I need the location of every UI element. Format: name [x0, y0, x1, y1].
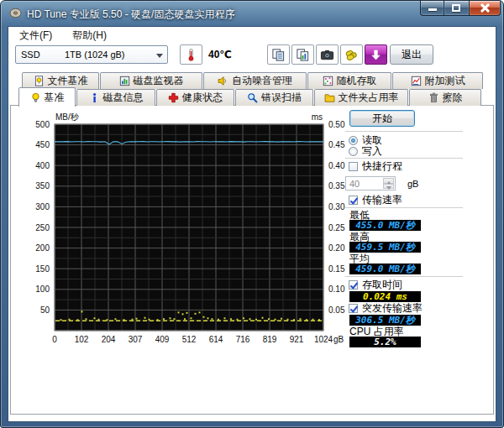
copy-graph-button[interactable] [267, 44, 290, 65]
maximize-button[interactable] [444, 1, 469, 16]
folder-usage-icon [324, 92, 335, 103]
tab-erase[interactable]: 擦除 [409, 89, 481, 106]
erase-icon [428, 92, 439, 103]
svg-text:0.40: 0.40 [328, 161, 345, 170]
benchmark-tab-page: 500450400350300250200150100500.500.450.4… [10, 105, 494, 415]
disk-monitor-icon [119, 76, 130, 86]
hdtune-app-icon [9, 7, 22, 19]
menu-file[interactable]: 文件(F) [15, 29, 56, 42]
chevron-down-icon [156, 54, 163, 61]
tab-benchmark[interactable]: 基准 [18, 87, 76, 107]
stroke-unit-label: gB [407, 179, 418, 189]
svg-text:200: 200 [35, 243, 50, 253]
app-window: HD Tune 专业版 5.50 - 硬盘/固态硬盘实用程序 文件(F) 帮助(… [0, 0, 504, 428]
max-label: 最高 [349, 232, 370, 242]
svg-text:921: 921 [290, 335, 304, 344]
svg-text:500: 500 [35, 120, 50, 129]
copy-results-button[interactable] [291, 44, 314, 65]
checkbox-shortstroke-icon [349, 162, 358, 171]
checkbox-shortstroke[interactable]: 快捷行程 [349, 161, 402, 172]
copy-results-icon [296, 48, 310, 62]
radio-write-icon [349, 147, 358, 156]
svg-text:0.30: 0.30 [328, 202, 345, 211]
tab-aam[interactable]: 自动噪音管理 [203, 72, 307, 89]
svg-text:150: 150 [35, 264, 50, 274]
title-bar[interactable]: HD Tune 专业版 5.50 - 硬盘/固态硬盘实用程序 [1, 1, 503, 26]
minimize-button[interactable] [420, 1, 444, 16]
svg-text:0.25: 0.25 [328, 223, 345, 232]
svg-text:gB: gB [333, 335, 344, 344]
svg-text:1024: 1024 [314, 335, 333, 344]
svg-text:0.10: 0.10 [328, 284, 345, 294]
tab-row-secondary: 文件基准磁盘监视器自动噪音管理随机存取附加测试 [22, 72, 496, 89]
temperature-value: 40℃ [208, 49, 232, 60]
screenshot-button[interactable] [316, 44, 339, 65]
tab-disk-info[interactable]: 磁盘信息 [76, 89, 155, 106]
separator [345, 207, 463, 208]
update-button[interactable] [365, 44, 387, 65]
file-benchmark-icon [34, 76, 45, 86]
svg-text:0.45: 0.45 [328, 140, 345, 149]
tab-disk-monitor[interactable]: 磁盘监视器 [100, 72, 202, 89]
svg-text:0.15: 0.15 [328, 264, 345, 274]
thermometer-icon [185, 48, 197, 62]
extra-tests-icon [411, 76, 422, 86]
cpu-usage-label: CPU 占用率 [349, 326, 404, 337]
svg-text:MB/秒: MB/秒 [55, 112, 80, 122]
tab-error-scan[interactable]: 错误扫描 [235, 89, 313, 106]
svg-text:400: 400 [35, 161, 50, 170]
svg-text:250: 250 [35, 223, 50, 232]
menu-help[interactable]: 帮助(H) [68, 29, 111, 42]
tab-health[interactable]: 健康状态 [156, 89, 234, 106]
checkbox-burst-rate-icon [349, 304, 358, 313]
start-button[interactable]: 开始 [349, 110, 415, 127]
radio-write[interactable]: 写入 [349, 146, 382, 157]
screenshot-icon [320, 48, 334, 62]
separator [345, 158, 463, 159]
svg-text:409: 409 [155, 335, 170, 344]
donate-button[interactable] [340, 44, 363, 65]
tab-row-primary: 基准磁盘信息健康状态错误扫描文件夹占用率擦除 [18, 89, 496, 106]
svg-text:0: 0 [52, 335, 57, 344]
avg-label: 平均 [349, 253, 370, 264]
menu-bar: 文件(F) 帮助(H) [8, 27, 496, 42]
minimize-icon [428, 8, 437, 11]
svg-text:0.20: 0.20 [328, 243, 345, 253]
separator [345, 131, 463, 132]
burst-rate-value: 306.5 MB/秒 [349, 315, 421, 326]
svg-text:350: 350 [35, 181, 50, 191]
svg-text:ms: ms [312, 112, 323, 122]
drive-select[interactable]: SSD 1TB (1024 gB) [15, 45, 168, 64]
svg-text:300: 300 [35, 202, 50, 211]
checkbox-transfer-rate-icon [349, 196, 358, 205]
maximize-icon [452, 4, 460, 12]
donate-icon [344, 48, 359, 62]
checkbox-access-time[interactable]: 存取时间 [349, 279, 402, 290]
benchmark-chart: 500450400350300250200150100500.500.450.4… [11, 106, 345, 358]
checkbox-transfer-rate[interactable]: 传输速率 [349, 195, 402, 206]
health-icon [168, 92, 179, 103]
tab-extra-tests[interactable]: 附加测试 [392, 72, 483, 89]
close-icon [480, 3, 490, 13]
tab-file-benchmark[interactable]: 文件基准 [22, 72, 99, 89]
exit-button[interactable]: 退出 [390, 44, 433, 65]
temperature-button[interactable] [180, 44, 202, 65]
benchmark-icon [30, 92, 41, 103]
toolbar: SSD 1TB (1024 gB) 40℃ [8, 42, 496, 70]
separator [345, 276, 463, 277]
tab-random-access[interactable]: 随机存取 [307, 72, 391, 89]
svg-text:512: 512 [182, 335, 197, 344]
checkbox-burst-rate[interactable]: 突发传输速率 [349, 303, 423, 314]
max-value: 459.5 MB/秒 [349, 242, 421, 253]
svg-text:100: 100 [35, 284, 50, 294]
error-scan-icon [247, 92, 258, 103]
checkbox-access-time-icon [349, 280, 358, 290]
drive-size: 1TB (1024 gB) [65, 50, 125, 60]
svg-text:50: 50 [40, 305, 50, 315]
stepper-arrows[interactable] [383, 178, 394, 189]
shortstroke-size-stepper[interactable]: 40 [345, 176, 396, 191]
tab-folder-usage[interactable]: 文件夹占用率 [314, 89, 408, 106]
min-value: 455.0 MB/秒 [349, 220, 421, 231]
close-button[interactable] [469, 1, 501, 16]
stepper-down-icon [383, 184, 394, 190]
